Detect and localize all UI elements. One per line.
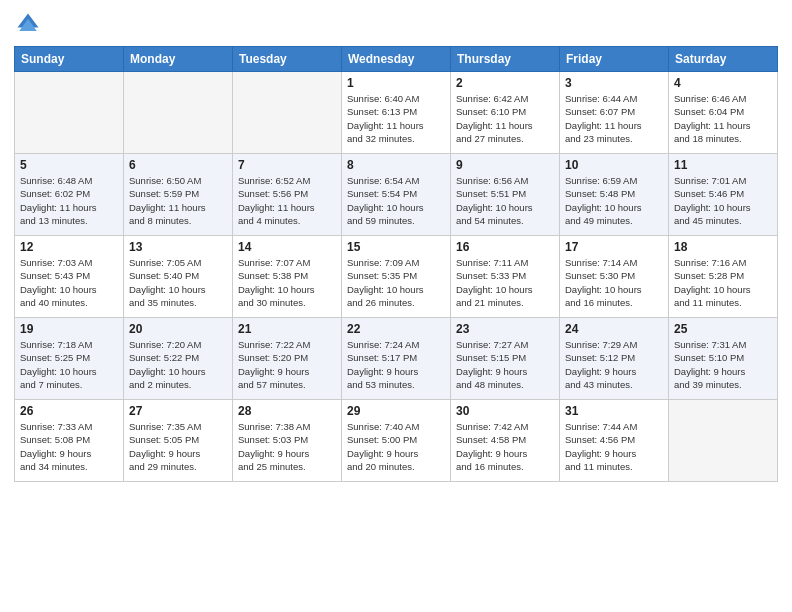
calendar-cell [15, 72, 124, 154]
calendar-cell: 15Sunrise: 7:09 AM Sunset: 5:35 PM Dayli… [342, 236, 451, 318]
calendar-cell: 31Sunrise: 7:44 AM Sunset: 4:56 PM Dayli… [560, 400, 669, 482]
day-number: 25 [674, 322, 772, 336]
day-number: 9 [456, 158, 554, 172]
weekday-header-friday: Friday [560, 47, 669, 72]
day-number: 1 [347, 76, 445, 90]
calendar-cell: 27Sunrise: 7:35 AM Sunset: 5:05 PM Dayli… [124, 400, 233, 482]
day-info: Sunrise: 6:46 AM Sunset: 6:04 PM Dayligh… [674, 92, 772, 145]
calendar-week-3: 12Sunrise: 7:03 AM Sunset: 5:43 PM Dayli… [15, 236, 778, 318]
day-number: 20 [129, 322, 227, 336]
day-info: Sunrise: 6:44 AM Sunset: 6:07 PM Dayligh… [565, 92, 663, 145]
day-info: Sunrise: 6:42 AM Sunset: 6:10 PM Dayligh… [456, 92, 554, 145]
calendar-cell: 3Sunrise: 6:44 AM Sunset: 6:07 PM Daylig… [560, 72, 669, 154]
day-info: Sunrise: 7:16 AM Sunset: 5:28 PM Dayligh… [674, 256, 772, 309]
calendar-cell [669, 400, 778, 482]
day-info: Sunrise: 7:31 AM Sunset: 5:10 PM Dayligh… [674, 338, 772, 391]
day-info: Sunrise: 7:27 AM Sunset: 5:15 PM Dayligh… [456, 338, 554, 391]
day-info: Sunrise: 7:38 AM Sunset: 5:03 PM Dayligh… [238, 420, 336, 473]
calendar-cell: 9Sunrise: 6:56 AM Sunset: 5:51 PM Daylig… [451, 154, 560, 236]
day-number: 3 [565, 76, 663, 90]
calendar-cell: 24Sunrise: 7:29 AM Sunset: 5:12 PM Dayli… [560, 318, 669, 400]
calendar-cell: 13Sunrise: 7:05 AM Sunset: 5:40 PM Dayli… [124, 236, 233, 318]
calendar-cell: 23Sunrise: 7:27 AM Sunset: 5:15 PM Dayli… [451, 318, 560, 400]
day-info: Sunrise: 7:01 AM Sunset: 5:46 PM Dayligh… [674, 174, 772, 227]
day-info: Sunrise: 7:09 AM Sunset: 5:35 PM Dayligh… [347, 256, 445, 309]
day-info: Sunrise: 6:54 AM Sunset: 5:54 PM Dayligh… [347, 174, 445, 227]
day-number: 7 [238, 158, 336, 172]
day-number: 19 [20, 322, 118, 336]
day-number: 23 [456, 322, 554, 336]
day-info: Sunrise: 7:29 AM Sunset: 5:12 PM Dayligh… [565, 338, 663, 391]
calendar-cell: 30Sunrise: 7:42 AM Sunset: 4:58 PM Dayli… [451, 400, 560, 482]
calendar-cell: 6Sunrise: 6:50 AM Sunset: 5:59 PM Daylig… [124, 154, 233, 236]
calendar-cell: 12Sunrise: 7:03 AM Sunset: 5:43 PM Dayli… [15, 236, 124, 318]
calendar-week-5: 26Sunrise: 7:33 AM Sunset: 5:08 PM Dayli… [15, 400, 778, 482]
calendar-cell: 14Sunrise: 7:07 AM Sunset: 5:38 PM Dayli… [233, 236, 342, 318]
weekday-header-monday: Monday [124, 47, 233, 72]
day-info: Sunrise: 7:40 AM Sunset: 5:00 PM Dayligh… [347, 420, 445, 473]
day-info: Sunrise: 7:03 AM Sunset: 5:43 PM Dayligh… [20, 256, 118, 309]
day-info: Sunrise: 6:56 AM Sunset: 5:51 PM Dayligh… [456, 174, 554, 227]
calendar-cell: 29Sunrise: 7:40 AM Sunset: 5:00 PM Dayli… [342, 400, 451, 482]
weekday-header-saturday: Saturday [669, 47, 778, 72]
day-number: 15 [347, 240, 445, 254]
logo-icon [14, 10, 42, 38]
weekday-header-thursday: Thursday [451, 47, 560, 72]
day-number: 10 [565, 158, 663, 172]
day-info: Sunrise: 7:33 AM Sunset: 5:08 PM Dayligh… [20, 420, 118, 473]
calendar-cell: 11Sunrise: 7:01 AM Sunset: 5:46 PM Dayli… [669, 154, 778, 236]
day-number: 28 [238, 404, 336, 418]
calendar-cell: 7Sunrise: 6:52 AM Sunset: 5:56 PM Daylig… [233, 154, 342, 236]
day-number: 5 [20, 158, 118, 172]
calendar-cell: 28Sunrise: 7:38 AM Sunset: 5:03 PM Dayli… [233, 400, 342, 482]
day-number: 4 [674, 76, 772, 90]
calendar-cell: 20Sunrise: 7:20 AM Sunset: 5:22 PM Dayli… [124, 318, 233, 400]
logo [14, 10, 46, 38]
day-info: Sunrise: 7:20 AM Sunset: 5:22 PM Dayligh… [129, 338, 227, 391]
day-number: 18 [674, 240, 772, 254]
day-number: 17 [565, 240, 663, 254]
calendar-cell: 19Sunrise: 7:18 AM Sunset: 5:25 PM Dayli… [15, 318, 124, 400]
calendar-cell [233, 72, 342, 154]
day-info: Sunrise: 7:35 AM Sunset: 5:05 PM Dayligh… [129, 420, 227, 473]
day-info: Sunrise: 7:22 AM Sunset: 5:20 PM Dayligh… [238, 338, 336, 391]
calendar-cell: 22Sunrise: 7:24 AM Sunset: 5:17 PM Dayli… [342, 318, 451, 400]
day-number: 27 [129, 404, 227, 418]
weekday-header-tuesday: Tuesday [233, 47, 342, 72]
weekday-header-sunday: Sunday [15, 47, 124, 72]
day-number: 11 [674, 158, 772, 172]
calendar-cell: 10Sunrise: 6:59 AM Sunset: 5:48 PM Dayli… [560, 154, 669, 236]
calendar-cell: 16Sunrise: 7:11 AM Sunset: 5:33 PM Dayli… [451, 236, 560, 318]
day-info: Sunrise: 6:52 AM Sunset: 5:56 PM Dayligh… [238, 174, 336, 227]
calendar-cell: 26Sunrise: 7:33 AM Sunset: 5:08 PM Dayli… [15, 400, 124, 482]
day-info: Sunrise: 7:42 AM Sunset: 4:58 PM Dayligh… [456, 420, 554, 473]
day-number: 2 [456, 76, 554, 90]
day-info: Sunrise: 7:05 AM Sunset: 5:40 PM Dayligh… [129, 256, 227, 309]
day-info: Sunrise: 7:24 AM Sunset: 5:17 PM Dayligh… [347, 338, 445, 391]
day-number: 30 [456, 404, 554, 418]
calendar-cell: 1Sunrise: 6:40 AM Sunset: 6:13 PM Daylig… [342, 72, 451, 154]
calendar-cell: 2Sunrise: 6:42 AM Sunset: 6:10 PM Daylig… [451, 72, 560, 154]
calendar-cell: 17Sunrise: 7:14 AM Sunset: 5:30 PM Dayli… [560, 236, 669, 318]
calendar-cell: 5Sunrise: 6:48 AM Sunset: 6:02 PM Daylig… [15, 154, 124, 236]
day-number: 14 [238, 240, 336, 254]
day-number: 26 [20, 404, 118, 418]
day-info: Sunrise: 6:48 AM Sunset: 6:02 PM Dayligh… [20, 174, 118, 227]
header [14, 10, 778, 38]
day-number: 31 [565, 404, 663, 418]
calendar-cell: 4Sunrise: 6:46 AM Sunset: 6:04 PM Daylig… [669, 72, 778, 154]
day-number: 24 [565, 322, 663, 336]
day-number: 21 [238, 322, 336, 336]
day-number: 6 [129, 158, 227, 172]
day-info: Sunrise: 7:18 AM Sunset: 5:25 PM Dayligh… [20, 338, 118, 391]
calendar-week-4: 19Sunrise: 7:18 AM Sunset: 5:25 PM Dayli… [15, 318, 778, 400]
day-info: Sunrise: 6:59 AM Sunset: 5:48 PM Dayligh… [565, 174, 663, 227]
day-info: Sunrise: 7:44 AM Sunset: 4:56 PM Dayligh… [565, 420, 663, 473]
calendar-cell: 18Sunrise: 7:16 AM Sunset: 5:28 PM Dayli… [669, 236, 778, 318]
weekday-header-wednesday: Wednesday [342, 47, 451, 72]
calendar-cell [124, 72, 233, 154]
day-number: 13 [129, 240, 227, 254]
day-number: 22 [347, 322, 445, 336]
calendar-week-1: 1Sunrise: 6:40 AM Sunset: 6:13 PM Daylig… [15, 72, 778, 154]
day-info: Sunrise: 7:11 AM Sunset: 5:33 PM Dayligh… [456, 256, 554, 309]
